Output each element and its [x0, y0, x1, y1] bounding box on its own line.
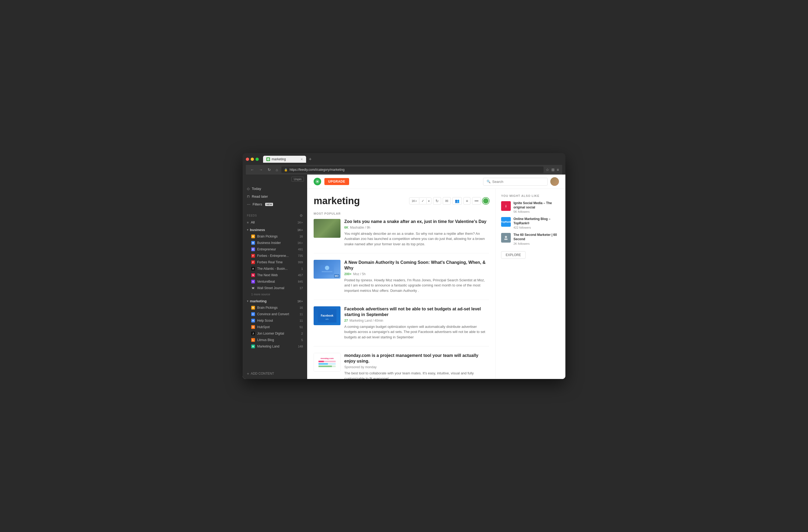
recommend-favicon: TopRank [501, 217, 511, 227]
feed-jon-loomer[interactable]: J Jon Loomer Digital 2 [243, 330, 307, 337]
browser-chrome: marketing ✕ + ← → ↻ ⌂ 🔒 https://feedly.c… [243, 153, 565, 175]
feedly-logo [314, 178, 321, 185]
feed-atlantic[interactable]: A The Atlantic - Busin... 1 [243, 265, 307, 272]
article-title[interactable]: Zoo lets you name a snake after an ex, j… [344, 219, 489, 224]
sidebar-item-read-later[interactable]: ⊓ Read later [243, 192, 307, 200]
tab-close-button[interactable]: ✕ [300, 158, 303, 161]
feed-brain-pickings-business[interactable]: B Brain Pickings 16 [243, 233, 307, 240]
sidebar-item-all[interactable]: ≡ All 1K+ [243, 219, 307, 226]
avatar[interactable] [550, 177, 559, 186]
add-content-button[interactable]: + ADD CONTENT [243, 368, 307, 379]
share-button[interactable]: ✉ [443, 197, 451, 205]
chevron-down-icon: ▾ [247, 228, 248, 231]
active-tab[interactable]: marketing ✕ [263, 156, 306, 163]
home-button[interactable]: ⌂ [274, 167, 279, 173]
feed-next-web[interactable]: N The Next Web 457 [243, 272, 307, 278]
feed-favicon: F [251, 260, 255, 264]
close-button[interactable] [246, 158, 249, 161]
menu-button[interactable]: ≡ [557, 168, 559, 172]
sidebar-item-filters[interactable]: ⋯ Filters NEW [243, 200, 307, 208]
group-marketing-header[interactable]: ▾ marketing 1K+ [243, 298, 307, 305]
feed-count: 999 [298, 261, 303, 264]
article-body: Facebook advertisers will not be able to… [344, 306, 489, 340]
feeds-settings-button[interactable]: ⚙ [300, 214, 303, 218]
feed-favicon: A [251, 267, 255, 271]
feed-left: B Business Insider [251, 241, 281, 245]
group-marketing-name: marketing [250, 299, 267, 303]
recommend-title[interactable]: Online Marketing Blog – TopRank® [513, 217, 560, 225]
article-excerpt: You might already describe an ex as a sn… [344, 231, 489, 247]
unpin-button[interactable]: Unpin [291, 177, 304, 182]
follow-button[interactable]: 👥 [453, 197, 462, 205]
feeds-label: FEEDS [247, 214, 257, 217]
feed-name: Jon Loomer Digital [257, 332, 284, 335]
feed-count: 845 [298, 280, 303, 283]
star-button[interactable]: ☆ [546, 168, 549, 172]
recommend-favicon [501, 233, 511, 243]
article-thumbnail: MO [314, 260, 341, 279]
search-bar[interactable]: 🔍 [483, 178, 548, 186]
article-thumbnail: monday.com [314, 353, 341, 372]
feed-left: F Forbes - Entreprene... [251, 254, 289, 258]
feed-marketing-land[interactable]: M Marketing Land 148 [243, 343, 307, 350]
recommend-info: The 60 Second Marketer | 60 Second 2K fo… [513, 233, 560, 245]
recommend-title[interactable]: Ignite Social Media – The original socia… [513, 201, 560, 209]
article-meta: Sponsored by monday [344, 365, 489, 369]
moz-label: MO [334, 274, 340, 278]
maximize-button[interactable] [256, 158, 259, 161]
new-tab-button[interactable]: + [307, 157, 313, 162]
search-input[interactable] [492, 180, 544, 184]
feed-hubspot[interactable]: H HubSpot 51 [243, 324, 307, 330]
back-button[interactable]: ← [249, 167, 256, 173]
feed-favicon: B [251, 306, 255, 310]
svg-rect-17 [504, 239, 508, 240]
mark-read-button[interactable]: 1K+ ✓ ▾ [409, 197, 431, 204]
sidebar-item-today[interactable]: ◇ Today [243, 185, 307, 192]
group-business-header[interactable]: ▾ business 1K+ [243, 226, 307, 233]
article-title[interactable]: monday.com is a project management tool … [344, 353, 489, 364]
article-excerpt: A coming campaign budget optimization sy… [344, 324, 489, 340]
refresh-feed-button[interactable]: ↻ [433, 197, 441, 205]
explore-button[interactable]: EXPLORE [501, 251, 526, 259]
minimize-button[interactable] [251, 158, 254, 161]
article-title[interactable]: A New Domain Authority Is Coming Soon: W… [344, 260, 489, 271]
recommend-followers: 2K followers [513, 242, 560, 245]
feed-litmus[interactable]: L Litmus Blog 5 [243, 337, 307, 343]
article-count: 6K [344, 226, 348, 230]
feed-left: H Help Scout [251, 319, 273, 323]
url-text: https://feedly.com/i/category/marketing [289, 168, 345, 171]
svg-rect-14 [318, 363, 328, 365]
article-title[interactable]: Facebook advertisers will not be able to… [344, 306, 489, 318]
address-bar[interactable]: 🔒 https://feedly.com/i/category/marketin… [281, 166, 543, 173]
more-options-button[interactable]: ••• [472, 197, 481, 205]
feed-forbes-entrepreneur[interactable]: F Forbes - Entreprene... 735 [243, 253, 307, 259]
feed-entrepreneur[interactable]: E Entrepreneur 491 [243, 246, 307, 253]
forward-button[interactable]: → [258, 167, 264, 173]
feed-wsj[interactable]: W Wall Street Journal 17 [243, 285, 307, 291]
feed-name: Entrepreneur [257, 247, 276, 251]
feed-venturebeat[interactable]: V VentureBeat 845 [243, 278, 307, 285]
recommend-title[interactable]: The 60 Second Marketer | 60 Second [513, 233, 560, 241]
feed-business-insider[interactable]: B Business Insider 1K+ [243, 240, 307, 246]
list-view-button[interactable]: ≡ [463, 197, 471, 205]
toolbar-icons: ☆ ⊞ ≡ [546, 168, 559, 172]
feed-favicon: H [251, 319, 255, 323]
feed-forbes-realtime[interactable]: F Forbes Real Time 999 [243, 259, 307, 265]
browser-toolbar: ← → ↻ ⌂ 🔒 https://feedly.com/i/category/… [246, 165, 562, 175]
article-excerpt: Posted by rjonesx. Howdy Moz readers, I'… [344, 278, 489, 293]
feed-name: Brain Pickings [257, 235, 278, 238]
more-source-business[interactable]: 1 more source [243, 291, 307, 297]
feeds-section: FEEDS ⚙ ≡ All 1K+ ▾ business [243, 213, 307, 350]
feed-convince-convert[interactable]: C Convince and Convert 11 [243, 311, 307, 317]
extensions-button[interactable]: ⊞ [551, 168, 555, 172]
feed-favicon: L [251, 338, 255, 342]
bookmark-icon: ⊓ [247, 195, 250, 199]
article-item: Zoo lets you name a snake after an ex, j… [314, 219, 489, 253]
feed-brain-pickings-marketing[interactable]: B Brain Pickings 16 [243, 305, 307, 311]
lock-icon: 🔒 [284, 168, 288, 171]
feed-name: Business Insider [257, 241, 281, 245]
feed-name: Forbes - Entreprene... [257, 254, 289, 258]
refresh-button[interactable]: ↻ [266, 167, 272, 173]
feed-help-scout[interactable]: H Help Scout 11 [243, 317, 307, 324]
upgrade-button[interactable]: UPGRADE [324, 178, 349, 185]
